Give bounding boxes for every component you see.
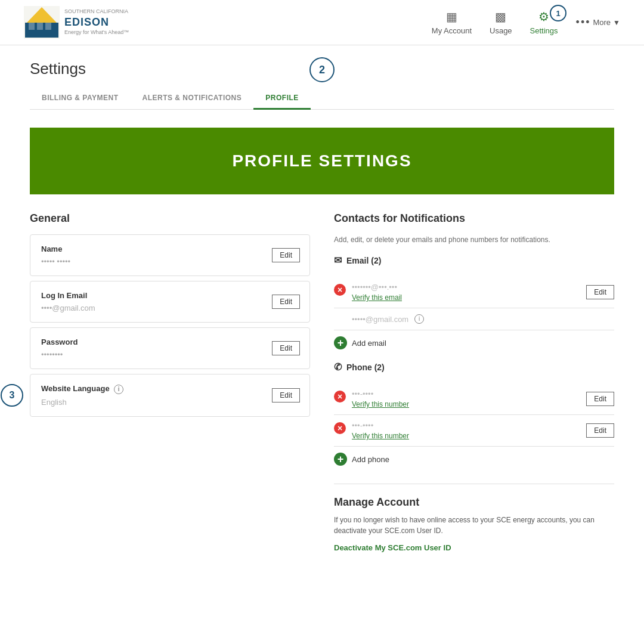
step-3-number: 3 (10, 390, 15, 401)
website-language-card: 3 Website Language i English Edit (30, 374, 310, 417)
email-1-row: × •••••••@•••.••• Verify this email Edit (334, 277, 614, 308)
email-2-value: •••••@gmail.com (334, 315, 408, 324)
name-label: Name (41, 244, 299, 253)
phone-1-verify-link[interactable]: Verify this number (352, 400, 409, 408)
manage-account-title: Manage Account (334, 496, 614, 509)
usage-icon: ▩ (495, 10, 506, 24)
tab-billing-payment[interactable]: BILLING & PAYMENT (30, 88, 131, 110)
profile-settings-banner: PROFILE SETTINGS (30, 128, 614, 194)
deactivate-link[interactable]: Deactivate My SCE.com User ID (334, 543, 451, 552)
email-1-remove-button[interactable]: × (334, 284, 346, 296)
nav-usage[interactable]: ▩ Usage (490, 10, 512, 35)
contacts-section: Contacts for Notifications Add, edit, or… (334, 212, 614, 553)
login-email-label: Log In Email (41, 291, 299, 300)
website-language-value: English (41, 398, 299, 407)
phone-2-value: •••-•••• (352, 421, 409, 430)
phone-1-remove-button[interactable]: × (334, 391, 346, 402)
phone-2-verify-link[interactable]: Verify this number (352, 432, 409, 440)
phone-section-header: ✆ Phone (2) (334, 361, 614, 376)
logo-svg (24, 6, 60, 39)
login-email-value: ••••@gmail.com (41, 304, 299, 312)
step-3-badge: 3 (1, 384, 23, 407)
name-edit-button[interactable]: Edit (272, 248, 300, 262)
notification-number: 1 (556, 9, 560, 18)
step-2-badge: 2 (309, 57, 335, 82)
contacts-title: Contacts for Notifications (334, 212, 614, 225)
phone-1-value: •••-•••• (352, 389, 409, 398)
nav-my-account-label: My Account (432, 26, 472, 35)
phone-1-edit-button[interactable]: Edit (586, 392, 614, 406)
password-label: Password (41, 338, 299, 346)
nav-more-dots: ••• (576, 16, 591, 29)
manage-account-description: If you no longer wish to have online acc… (334, 515, 614, 536)
phone-icon: ✆ (334, 361, 342, 373)
password-card: Password •••••••• Edit (30, 327, 310, 369)
logo-company: SOUTHERN CALIFORNIA (64, 8, 129, 16)
nav-more-label: More (593, 18, 611, 27)
email-2-info-icon[interactable]: i (414, 314, 424, 324)
website-language-label: Website Language i (41, 384, 299, 394)
password-value: •••••••• (41, 350, 299, 359)
login-email-card: Log In Email ••••@gmail.com Edit (30, 281, 310, 323)
logo-text: SOUTHERN CALIFORNIA EDISON Energy for Wh… (64, 8, 129, 36)
tab-billing-label: BILLING & PAYMENT (42, 94, 119, 102)
nav-more[interactable]: ••• More ▼ (576, 16, 620, 29)
phone-1-row: × •••-•••• Verify this number Edit (334, 383, 614, 415)
svg-rect-5 (45, 23, 51, 30)
tab-profile-label: PROFILE (265, 94, 299, 102)
tab-profile[interactable]: PROFILE (253, 88, 311, 110)
name-value: ••••• ••••• (41, 257, 299, 266)
logo-tagline: Energy for What's Ahead™ (64, 29, 129, 36)
email-1-verify-link[interactable]: Verify this email (352, 293, 402, 302)
name-card: Name ••••• ••••• Edit (30, 234, 310, 276)
add-email-label: Add email (352, 339, 386, 348)
email-icon: ✉ (334, 255, 342, 266)
email-1-edit-button[interactable]: Edit (586, 285, 614, 299)
password-edit-button[interactable]: Edit (272, 341, 300, 355)
phone-2-remove-button[interactable]: × (334, 422, 346, 434)
logo[interactable]: SOUTHERN CALIFORNIA EDISON Energy for Wh… (24, 6, 129, 39)
svg-rect-3 (29, 23, 35, 30)
nav-usage-label: Usage (490, 26, 512, 35)
tab-alerts-label: ALERTS & NOTIFICATIONS (143, 94, 242, 102)
nav-links: ▦ My Account ▩ Usage ⚙ Settings ••• More… (432, 10, 620, 35)
banner-title: PROFILE SETTINGS (42, 151, 602, 171)
svg-rect-4 (37, 23, 43, 30)
email-1-left: × •••••••@•••.••• Verify this email (334, 283, 402, 302)
nav-settings-label: Settings (530, 26, 558, 35)
add-email-icon: + (334, 336, 347, 349)
general-section: General Name ••••• ••••• Edit Log In Ema… (30, 212, 310, 553)
phone-2-edit-button[interactable]: Edit (586, 423, 614, 438)
phone-2-info: •••-•••• Verify this number (352, 421, 409, 440)
manage-divider (334, 484, 614, 484)
step-2-number: 2 (319, 64, 325, 76)
settings-header: Settings 2 BILLING & PAYMENT ALERTS & NO… (0, 45, 644, 110)
add-email-button[interactable]: + Add email (334, 330, 614, 355)
phone-1-info: •••-•••• Verify this number (352, 389, 409, 408)
my-account-icon: ▦ (446, 10, 457, 24)
email-2-row: •••••@gmail.com i (334, 308, 614, 330)
content-area: General Name ••••• ••••• Edit Log In Ema… (0, 212, 644, 577)
settings-gear-icon: ⚙ (538, 10, 549, 24)
phone-2-left: × •••-•••• Verify this number (334, 421, 409, 440)
website-language-edit-button[interactable]: Edit (272, 388, 300, 402)
email-count-label: Email (2) (346, 256, 381, 265)
notification-badge[interactable]: 1 (550, 5, 566, 21)
phone-count-label: Phone (2) (346, 363, 385, 372)
add-phone-button[interactable]: + Add phone (334, 447, 614, 472)
general-title: General (30, 212, 310, 225)
contacts-subtitle: Add, edit, or delete your emails and pho… (334, 234, 614, 245)
email-1-value: •••••••@•••.••• (352, 283, 402, 292)
email-1-info: •••••••@•••.••• Verify this email (352, 283, 402, 302)
website-language-info-icon[interactable]: i (114, 385, 123, 394)
add-phone-icon: + (334, 453, 347, 466)
logo-brand: EDISON (64, 16, 129, 29)
top-navigation: SOUTHERN CALIFORNIA EDISON Energy for Wh… (0, 0, 644, 45)
add-phone-label: Add phone (352, 455, 389, 464)
email-section-header: ✉ Email (2) (334, 255, 614, 270)
login-email-edit-button[interactable]: Edit (272, 295, 300, 309)
nav-my-account[interactable]: ▦ My Account (432, 10, 472, 35)
phone-1-left: × •••-•••• Verify this number (334, 389, 409, 408)
phone-2-row: × •••-•••• Verify this number Edit (334, 415, 614, 447)
tab-alerts-notifications[interactable]: ALERTS & NOTIFICATIONS (131, 88, 254, 110)
